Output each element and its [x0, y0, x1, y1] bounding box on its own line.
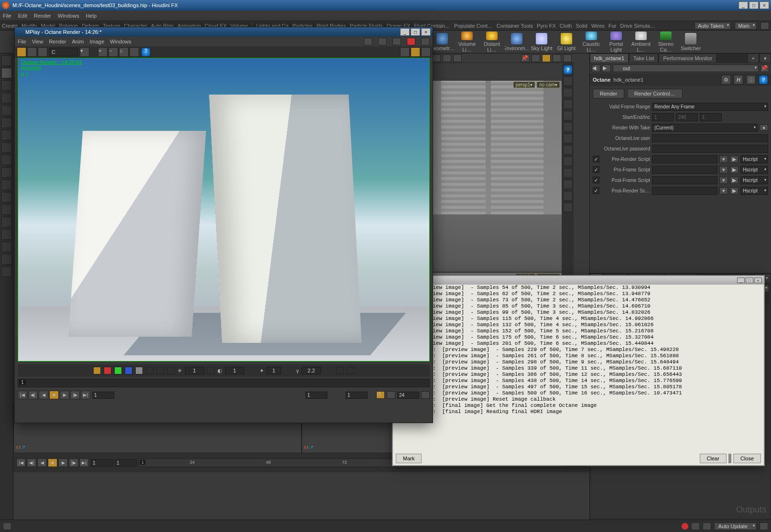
vp-tool[interactable] [563, 145, 573, 155]
add-tab[interactable]: + [748, 53, 759, 63]
mp-btn[interactable] [27, 47, 37, 57]
tool-k[interactable] [1, 242, 12, 252]
checkbox[interactable]: ✓ [593, 156, 599, 162]
take-opt[interactable]: ♦ [760, 124, 768, 131]
start-field[interactable] [652, 113, 674, 121]
play-button[interactable]: ▶ [60, 391, 69, 399]
vp-btn[interactable] [432, 54, 441, 62]
shelf-tool[interactable]: Portal Light [604, 32, 628, 53]
minimize-button[interactable]: _ [738, 1, 748, 9]
mp-btn[interactable] [17, 47, 26, 57]
swatch-b[interactable] [125, 367, 132, 374]
parm-tab[interactable]: hdk_octane1 [590, 53, 629, 63]
script-field[interactable] [652, 187, 717, 195]
chevron-down-icon[interactable]: ▾ [719, 156, 728, 163]
status-btn[interactable] [3, 522, 11, 530]
chevron-down-icon[interactable]: ▾ [719, 177, 728, 184]
range-b[interactable] [346, 392, 368, 399]
menu-edit[interactable]: Edit [18, 13, 27, 19]
tool-view[interactable] [1, 55, 12, 66]
mp-btn[interactable] [421, 47, 431, 57]
mp-btn[interactable] [336, 367, 344, 374]
frame-range-combo[interactable]: Render Any Frame [652, 103, 768, 111]
menu-file[interactable]: File [3, 13, 11, 19]
current-frame[interactable] [115, 459, 137, 467]
shelf-tab[interactable]: Cloth [560, 23, 572, 29]
console-output[interactable]: NFOR: [preview image] - Samples 54 of 50… [395, 285, 762, 451]
tool-i[interactable] [1, 217, 12, 227]
shelf-tool[interactable]: Environm… [505, 32, 529, 53]
shelf-tab[interactable]: Wires [591, 23, 605, 29]
vp-tool[interactable] [563, 157, 573, 166]
mp-btn[interactable] [167, 367, 174, 374]
zoom-out-icon[interactable]: − [109, 47, 118, 57]
shelf-tool[interactable]: GI Light [554, 32, 578, 53]
maximize-button[interactable]: □ [411, 28, 420, 36]
next-frame-button[interactable]: |▶ [70, 391, 80, 399]
camera-badge[interactable]: persp1▾ [513, 82, 535, 88]
record-icon[interactable] [407, 38, 415, 45]
mplay-viewport[interactable]: Octane Render - 14:26:54 800x600 fr 1 [18, 58, 430, 362]
stop-button[interactable]: ■ [49, 391, 59, 399]
info-icon[interactable]: ⓘ [746, 75, 756, 85]
shelf-tool[interactable]: Ambient L… [629, 32, 653, 53]
status-btn[interactable] [703, 522, 711, 530]
titlebar[interactable]: M:/F-Octane_Houdini/scenes_demos/test03_… [0, 0, 771, 11]
tool-b[interactable] [1, 130, 12, 140]
lang-combo[interactable]: Hscript [740, 166, 768, 174]
swatch[interactable] [93, 367, 101, 374]
vp-tool[interactable] [563, 202, 573, 212]
shelf-tab[interactable]: Container Tools [497, 23, 533, 29]
mp-btn[interactable] [421, 391, 430, 399]
vp-grid-icon[interactable] [563, 54, 572, 62]
shelf-tab[interactable]: Populate Cont… [454, 23, 493, 29]
menu-windows[interactable]: Windows [58, 13, 79, 19]
minimize-button[interactable]: _ [400, 28, 410, 36]
status-btn[interactable] [691, 522, 700, 530]
tool-scale[interactable] [1, 105, 12, 116]
vp-btn[interactable] [542, 54, 551, 62]
close-button[interactable]: × [760, 1, 769, 9]
script-field[interactable] [652, 176, 717, 184]
mp-btn[interactable] [146, 367, 153, 374]
shelf-tool[interactable]: Volume Li… [455, 32, 479, 53]
gamma[interactable]: 2.2 [302, 367, 321, 374]
brightness[interactable]: 1 [185, 367, 204, 374]
menu-view[interactable]: View [32, 39, 43, 44]
render-control-button[interactable]: Render Control… [627, 89, 683, 98]
run-icon[interactable]: ▶ [730, 166, 738, 173]
pin-icon[interactable]: 📌 [521, 54, 530, 62]
last-frame-button[interactable]: ▶| [81, 391, 90, 399]
menu-render[interactable]: Render [34, 13, 51, 19]
shelf-tab[interactable]: Pyro FX [537, 23, 556, 29]
vp-tool[interactable] [563, 111, 573, 120]
help-icon[interactable]: ? [759, 75, 768, 85]
fps[interactable] [397, 392, 419, 399]
pin-icon[interactable]: 📌 [760, 64, 769, 72]
mp-btn[interactable] [387, 391, 395, 399]
checkbox[interactable]: ✓ [593, 166, 599, 173]
console-window[interactable]: sole _ □ × NFOR: [preview image] - Sampl… [392, 275, 765, 466]
menu-anim[interactable]: Anim [72, 39, 84, 44]
close-button[interactable]: Close [733, 454, 761, 463]
back-icon[interactable]: ◀ [592, 64, 600, 72]
prev-frame-button[interactable]: ◀| [28, 391, 38, 399]
tool-f[interactable] [1, 180, 12, 190]
next-key-button[interactable]: |▶ [69, 458, 78, 467]
chevron-down-icon[interactable]: ▾ [80, 47, 89, 57]
maximize-button[interactable]: □ [749, 1, 759, 9]
tool-rotate[interactable] [1, 93, 12, 103]
camera-badge[interactable]: no cam▾ [537, 82, 560, 88]
range-a[interactable] [305, 392, 327, 399]
mp-btn[interactable] [156, 367, 164, 374]
run-icon[interactable]: ▶ [730, 187, 738, 194]
channel-field[interactable] [49, 48, 78, 56]
lang-combo[interactable]: Hscript [740, 187, 768, 195]
checkbox[interactable]: ✓ [593, 187, 599, 194]
first-frame-button[interactable]: |◀ [18, 391, 27, 399]
vp-tool[interactable] [563, 99, 573, 109]
gear-icon[interactable]: ⚙ [721, 75, 731, 85]
mp-tool[interactable] [378, 38, 387, 45]
mp-btn[interactable] [400, 47, 410, 57]
shelf-tab[interactable]: Solid [576, 23, 587, 29]
